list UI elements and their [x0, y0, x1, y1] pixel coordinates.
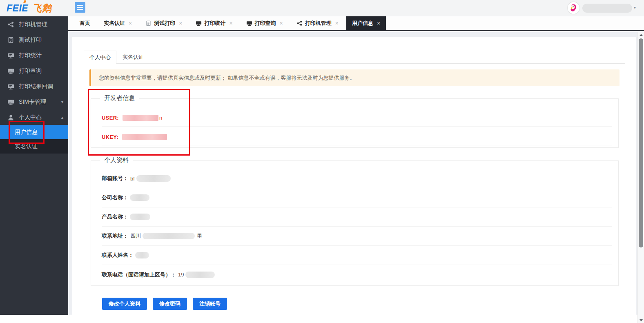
logo-text-cn: 飞鹅 — [32, 3, 51, 13]
monitor-icon — [246, 20, 252, 26]
scroll-down-button[interactable] — [638, 317, 644, 323]
user-icon — [7, 114, 14, 121]
change-password-button[interactable]: 修改密码 — [153, 298, 187, 310]
section-legend: 开发者信息 — [100, 94, 139, 102]
monitor-icon — [7, 68, 14, 74]
topbar: FEIE 飞鹅 ▾ — [0, 0, 644, 16]
sidebar-item-printer-manage[interactable]: 打印机管理 — [0, 17, 68, 32]
tab-print-query[interactable]: 打印查询 × — [241, 16, 289, 30]
chevron-up-icon: ▲ — [60, 116, 64, 120]
user-value-suffix: n — [159, 115, 162, 121]
notice-banner: 您的资料信息非常重要，请提供真实信息或及时更新； 如果信息不全或有误，客服将无法… — [89, 69, 619, 86]
sidebar-item-label: 打印机管理 — [19, 21, 47, 28]
user-menu-caret-icon[interactable]: ▾ — [634, 5, 636, 10]
sidebar-subitem-user-info[interactable]: 用户信息 — [0, 125, 68, 139]
tab-label: 打印查询 — [255, 20, 276, 27]
tab-realname-auth[interactable]: 实名认证 × — [98, 16, 138, 30]
document-icon — [145, 20, 152, 26]
sidebar-item-print-callback[interactable]: 打印结果回调 — [0, 79, 68, 94]
content-background: 个人中心 实名认证 您的资料信息非常重要，请提供真实信息或及时更新； 如果信息不… — [68, 32, 637, 315]
row-divider — [102, 145, 612, 145]
profile-row-address: 联系地址： 四川 里 — [102, 227, 612, 246]
printer-cluster-icon — [7, 21, 14, 28]
user-avatar[interactable] — [568, 2, 579, 14]
inner-tab-personal-center[interactable]: 个人中心 — [84, 51, 116, 64]
inner-tab-realname-auth[interactable]: 实名认证 — [117, 51, 149, 64]
profile-row-email: 邮箱账号： bf — [102, 169, 612, 188]
tab-label: 实名认证 — [104, 20, 125, 27]
personal-profile-section: 个人资料 邮箱账号： bf 公司名称： 产品名称： 联系地址： 四川 — [91, 160, 619, 286]
ukey-row: UKEY: — [102, 131, 612, 143]
inner-tabbar: 个人中心 实名认证 — [84, 51, 625, 64]
sidebar-item-personal-center[interactable]: 个人中心 ▲ — [0, 110, 68, 125]
tab-printer-manage[interactable]: 打印机管理 × — [291, 16, 344, 30]
sidebar-item-label: 打印查询 — [19, 67, 42, 75]
document-icon — [7, 37, 14, 43]
redacted-value — [130, 214, 150, 220]
profile-row-company: 公司名称： — [102, 188, 612, 207]
close-icon[interactable]: × — [229, 20, 232, 27]
feie-logo: FEIE 飞鹅 — [7, 2, 51, 15]
sidebar-subitem-realname-auth[interactable]: 实名认证 — [0, 139, 68, 154]
edit-profile-button[interactable]: 修改个人资料 — [102, 298, 147, 310]
hamburger-icon — [77, 5, 83, 6]
tab-user-info[interactable]: 用户信息 × — [346, 16, 386, 30]
user-info-card: 个人中心 实名认证 您的资料信息非常重要，请提供真实信息或及时更新； 如果信息不… — [72, 37, 636, 315]
chevron-down-icon: ▼ — [60, 100, 64, 104]
tab-test-print[interactable]: 测试打印 × — [140, 16, 188, 30]
section-legend: 个人资料 — [100, 156, 133, 164]
logo-text-en: FEIE — [7, 3, 28, 13]
vertical-scrollbar[interactable] — [637, 32, 644, 323]
monitor-icon — [196, 20, 202, 26]
tab-label: 打印机管理 — [305, 20, 332, 27]
printer-cluster-icon — [296, 20, 303, 26]
sidebar-item-print-query[interactable]: 打印查询 — [0, 63, 68, 78]
goose-avatar-icon — [568, 2, 579, 14]
tab-label: 首页 — [80, 20, 90, 27]
tab-label: 打印统计 — [204, 20, 225, 27]
user-key-row: USER: n — [102, 111, 612, 124]
monitor-icon — [7, 83, 14, 90]
redacted-value — [185, 272, 215, 278]
redacted-user-value — [123, 115, 158, 121]
triangle-up-icon — [640, 34, 643, 36]
monitor-icon — [7, 52, 14, 59]
tab-print-stats[interactable]: 打印统计 × — [190, 16, 238, 30]
close-icon[interactable]: × — [280, 20, 283, 27]
sidebar-item-label: 打印结果回调 — [19, 83, 53, 90]
tab-label: 用户信息 — [352, 20, 373, 27]
redacted-ukey-value — [122, 134, 167, 140]
page-tabbar: 首页 实名认证 × 测试打印 × 打印统计 × 打印查询 × 打印机管理 × 用… — [68, 16, 644, 31]
bottom-strip — [0, 315, 637, 323]
tab-label: 测试打印 — [154, 20, 175, 27]
close-icon[interactable]: × — [335, 20, 339, 27]
redacted-value — [130, 194, 149, 201]
username-redacted[interactable] — [582, 4, 632, 13]
scroll-up-button[interactable] — [638, 32, 644, 38]
sidebar-item-test-print[interactable]: 测试打印 — [0, 32, 68, 47]
developer-info-section: 开发者信息 USER: n UKEY: — [91, 98, 619, 148]
delete-account-button[interactable]: 注销账号 — [193, 298, 227, 310]
sidebar-item-sim-manage[interactable]: SIM卡管理 ▼ — [0, 94, 68, 109]
sidebar-item-print-stats[interactable]: 打印统计 — [0, 48, 68, 63]
redacted-value — [136, 175, 171, 182]
tab-home[interactable]: 首页 — [74, 16, 96, 30]
ukey-label: UKEY: — [102, 134, 118, 140]
profile-row-phone: 联系电话（固话请加上区号）： 19 — [102, 265, 612, 284]
profile-row-contact-name: 联系人姓名： — [102, 246, 612, 265]
sidebar-item-label: 打印统计 — [19, 52, 42, 59]
sidebar-item-label: 个人中心 — [19, 114, 42, 121]
sidebar-collapse-button[interactable] — [75, 2, 85, 13]
triangle-down-icon — [640, 319, 643, 321]
close-icon[interactable]: × — [179, 20, 182, 27]
action-buttons: 修改个人资料 修改密码 注销账号 — [102, 298, 227, 310]
redacted-value — [143, 233, 195, 239]
row-divider — [102, 126, 612, 127]
close-icon[interactable]: × — [377, 20, 380, 27]
sidebar: 打印机管理 测试打印 打印统计 打印查询 打印结果回调 SIM卡管理 ▼ 个人中… — [0, 16, 68, 315]
close-icon[interactable]: × — [129, 20, 132, 27]
scrollbar-thumb[interactable] — [639, 38, 643, 247]
sidebar-item-label: 测试打印 — [19, 36, 42, 44]
sidebar-item-label: SIM卡管理 — [19, 98, 46, 106]
app-window: FEIE 飞鹅 ▾ 打印机管理 测试打印 — [0, 0, 644, 323]
